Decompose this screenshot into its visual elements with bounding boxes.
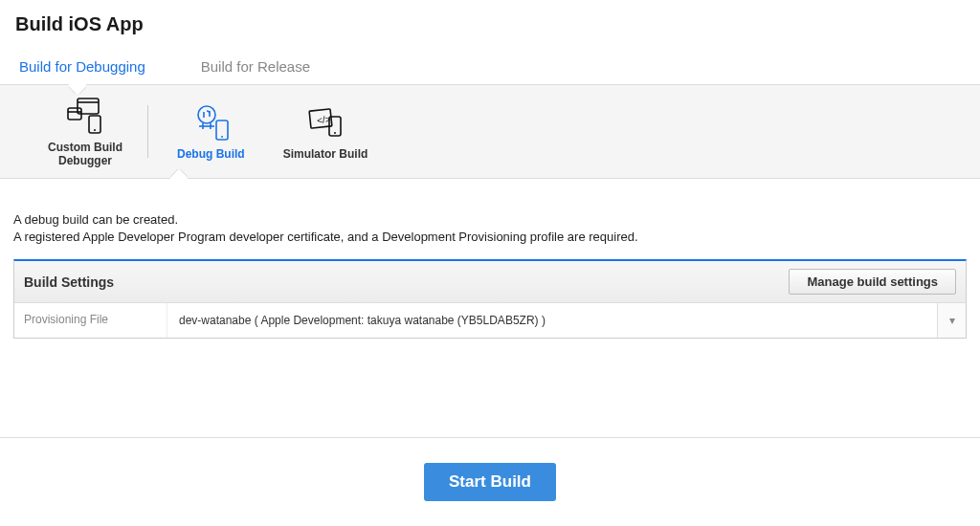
description-line: A debug build can be created.	[13, 211, 967, 229]
tabs: Build for Debugging Build for Release	[0, 43, 980, 85]
build-option-custom-debugger[interactable]: Custom Build Debugger	[29, 95, 142, 168]
start-build-button[interactable]: Start Build	[424, 463, 556, 501]
settings-row: Provisioning File dev-watanabe ( Apple D…	[14, 303, 966, 338]
manage-build-settings-button[interactable]: Manage build settings	[789, 269, 956, 295]
description-text: A debug build can be created. A register…	[0, 179, 980, 255]
page-title: Build iOS App	[0, 0, 980, 43]
svg-point-15	[334, 132, 336, 134]
build-option-label: Custom Build Debugger	[48, 141, 122, 168]
build-option-label: Debug Build	[177, 147, 245, 161]
tab-build-debugging[interactable]: Build for Debugging	[19, 58, 145, 84]
custom-build-icon	[64, 95, 106, 137]
svg-point-11	[221, 136, 223, 138]
provisioning-file-value: dev-watanabe ( Apple Development: takuya…	[179, 314, 546, 327]
provisioning-file-label: Provisioning File	[14, 303, 167, 338]
build-option-label: Simulator Build	[283, 147, 368, 161]
simulator-build-icon: </>	[304, 101, 346, 143]
build-option-simulator-build[interactable]: </> Simulator Build	[264, 101, 388, 161]
footer: Start Build	[0, 437, 980, 526]
build-options-toolbar: Custom Build Debugger Debug Build </>	[0, 85, 980, 179]
build-settings-title: Build Settings	[24, 274, 114, 290]
build-settings-panel: Build Settings Manage build settings Pro…	[13, 259, 967, 339]
chevron-down-icon: ▾	[937, 303, 966, 338]
active-option-pointer	[170, 169, 188, 179]
build-settings-header: Build Settings Manage build settings	[14, 261, 966, 303]
provisioning-file-dropdown[interactable]: dev-watanabe ( Apple Development: takuya…	[167, 303, 966, 338]
debug-build-icon	[189, 101, 232, 143]
build-option-debug-build[interactable]: Debug Build	[158, 101, 264, 161]
svg-point-5	[94, 129, 96, 131]
svg-point-6	[198, 106, 215, 123]
separator	[147, 105, 148, 158]
tab-build-release[interactable]: Build for Release	[201, 58, 310, 84]
description-line: A registered Apple Developer Program dev…	[13, 229, 967, 246]
active-tab-pointer	[69, 84, 86, 94]
